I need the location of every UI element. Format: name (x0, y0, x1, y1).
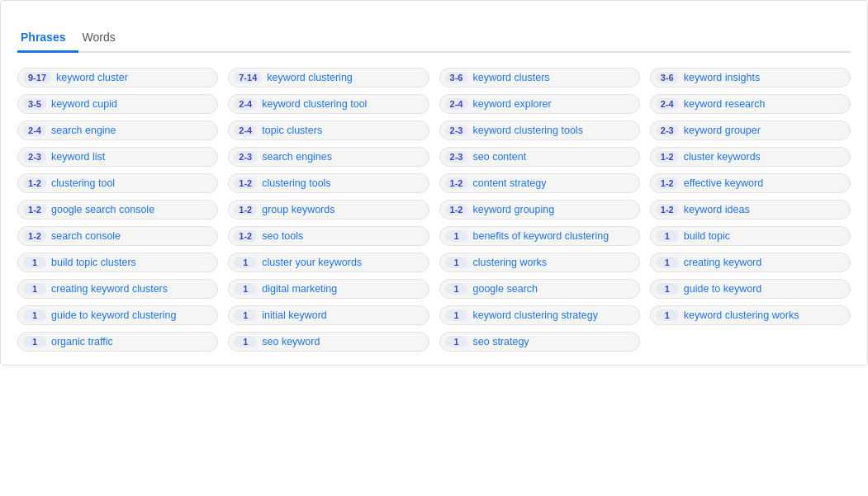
phrase-label[interactable]: creating keyword (684, 257, 762, 268)
phrase-chip: 2-4keyword explorer (439, 94, 640, 114)
phrase-label[interactable]: keyword clustering strategy (473, 309, 598, 321)
phrase-label[interactable]: search engines (262, 151, 332, 163)
phrase-label[interactable]: group keywords (262, 204, 334, 215)
phrase-chip: 1keyword clustering works (650, 305, 851, 325)
phrase-chip: 1creating keyword (650, 253, 851, 272)
phrase-badge: 1-2 (234, 177, 257, 189)
phrase-label[interactable]: seo keyword (262, 336, 320, 347)
phrase-badge: 1 (234, 309, 257, 321)
phrase-chip: 3-5keyword cupid (17, 94, 218, 114)
phrase-badge: 3-6 (656, 72, 679, 83)
phrase-label[interactable]: topic clusters (262, 125, 322, 136)
phrase-badge: 2-4 (445, 98, 468, 110)
phrase-badge: 1 (23, 309, 46, 321)
phrase-chip: 2-4keyword clustering tool (228, 94, 429, 114)
phrase-label[interactable]: creating keyword clusters (51, 283, 168, 295)
phrase-badge: 1 (445, 283, 468, 295)
phrase-label[interactable]: organic traffic (51, 336, 113, 347)
phrase-badge: 1-2 (656, 177, 679, 189)
phrase-label[interactable]: digital marketing (262, 283, 337, 295)
phrase-label[interactable]: keyword clustering tools (473, 125, 583, 136)
phrases-grid: 9-17keyword cluster7-14keyword clusterin… (17, 68, 851, 352)
phrase-badge: 2-4 (23, 125, 46, 136)
phrase-chip: 1google search (439, 279, 640, 299)
phrase-label[interactable]: keyword ideas (684, 204, 750, 215)
phrase-label[interactable]: content strategy (473, 177, 547, 189)
phrase-badge: 2-3 (656, 125, 679, 136)
phrase-label[interactable]: keyword insights (684, 72, 760, 83)
phrase-badge: 1-2 (23, 204, 46, 215)
phrase-label[interactable]: guide to keyword clustering (51, 309, 176, 321)
phrase-badge: 2-3 (445, 125, 468, 136)
phrase-chip: 1creating keyword clusters (17, 279, 218, 299)
phrase-chip: 1guide to keyword clustering (17, 305, 218, 325)
phrase-label[interactable]: google search console (51, 204, 154, 215)
phrase-label[interactable]: clustering tool (51, 177, 115, 189)
phrase-badge: 1 (234, 257, 257, 268)
phrase-label[interactable]: keyword list (51, 151, 105, 163)
phrase-label[interactable]: benefits of keyword clustering (473, 230, 609, 242)
phrase-chip: 1keyword clustering strategy (439, 305, 640, 325)
phrase-chip: 1-2search console (17, 226, 218, 246)
phrase-label[interactable]: search engine (51, 125, 116, 136)
tab-phrases[interactable]: Phrases (17, 24, 78, 53)
phrase-label[interactable]: seo tools (262, 230, 303, 242)
phrase-badge: 1-2 (23, 177, 46, 189)
phrase-label[interactable]: cluster keywords (684, 151, 761, 163)
phrase-label[interactable]: guide to keyword (684, 283, 762, 295)
phrase-label[interactable]: build topic (684, 230, 730, 242)
phrase-label[interactable]: initial keyword (262, 309, 327, 321)
phrase-label[interactable]: google search (473, 283, 538, 295)
phrase-chip: 1organic traffic (17, 332, 218, 352)
phrase-label[interactable]: seo strategy (473, 336, 529, 347)
phrase-label[interactable]: keyword clustering (267, 72, 353, 83)
phrase-chip: 3-6keyword clusters (439, 68, 640, 87)
phrase-label[interactable]: keyword grouping (473, 204, 555, 215)
phrase-badge: 2-4 (234, 98, 257, 110)
phrase-label[interactable]: keyword research (684, 98, 766, 110)
phrase-badge: 1-2 (445, 204, 468, 215)
phrase-label[interactable]: clustering works (473, 257, 548, 268)
phrase-chip: 1-2content strategy (439, 173, 640, 193)
phrase-label[interactable]: keyword clustering tool (262, 98, 367, 110)
tab-words[interactable]: Words (78, 24, 128, 53)
phrase-chip: 2-4topic clusters (228, 120, 429, 140)
phrase-badge: 9-17 (23, 72, 51, 83)
phrase-badge: 1-2 (23, 230, 46, 242)
phrase-label[interactable]: build topic clusters (51, 257, 136, 268)
phrase-chip: 1digital marketing (228, 279, 429, 299)
phrase-badge: 2-3 (234, 151, 257, 163)
phrase-chip: 1seo keyword (228, 332, 429, 352)
phrase-chip: 1build topic clusters (17, 253, 218, 272)
phrase-badge: 1 (656, 309, 679, 321)
phrase-label[interactable]: keyword cupid (51, 98, 117, 110)
phrase-label[interactable]: keyword clusters (473, 72, 550, 83)
phrase-badge: 2-3 (445, 151, 468, 163)
phrase-badge: 1 (445, 257, 468, 268)
phrase-label[interactable]: clustering tools (262, 177, 330, 189)
phrase-badge: 1 (23, 257, 46, 268)
phrase-chip: 1-2keyword grouping (439, 200, 640, 220)
phrase-label[interactable]: cluster your keywords (262, 257, 362, 268)
phrase-badge: 3-5 (23, 98, 46, 110)
phrase-label[interactable]: search console (51, 230, 121, 242)
phrase-chip: 1benefits of keyword clustering (439, 226, 640, 246)
phrase-badge: 1 (445, 230, 468, 242)
phrase-label[interactable]: seo content (473, 151, 527, 163)
phrase-badge: 1 (445, 309, 468, 321)
phrase-chip: 1build topic (650, 226, 851, 246)
phrase-chip: 1seo strategy (439, 332, 640, 352)
phrase-badge: 1 (234, 283, 257, 295)
phrase-chip: 1-2group keywords (228, 200, 429, 220)
phrase-label[interactable]: keyword clustering works (684, 309, 799, 321)
phrase-badge: 2-4 (234, 125, 257, 136)
phrase-label[interactable]: keyword explorer (473, 98, 552, 110)
phrase-chip: 2-3seo content (439, 147, 640, 167)
phrase-chip: 1-2clustering tool (17, 173, 218, 193)
phrase-label[interactable]: keyword grouper (684, 125, 761, 136)
phrase-badge: 1-2 (234, 230, 257, 242)
phrase-label[interactable]: effective keyword (684, 177, 763, 189)
phrase-label[interactable]: keyword cluster (56, 72, 128, 83)
phrase-chip: 2-4search engine (17, 120, 218, 140)
phrase-badge: 1 (656, 257, 679, 268)
